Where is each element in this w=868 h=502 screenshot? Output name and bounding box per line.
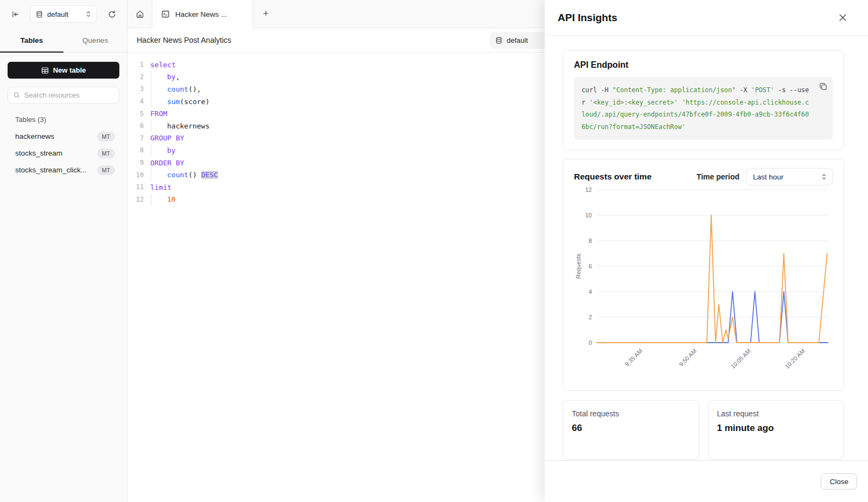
svg-text:6: 6 [589, 263, 592, 269]
api-endpoint-card: API Endpoint curl -H "Content-Type: appl… [563, 50, 844, 150]
table-list-item[interactable]: stocks_streamMT [8, 145, 119, 162]
code-text: count() DESC [144, 169, 218, 181]
refresh-icon [108, 10, 116, 18]
terminal-tab-icon [161, 10, 170, 18]
code-text: by [144, 144, 176, 157]
collapse-sidebar-button[interactable] [8, 7, 23, 22]
line-number: 12 [127, 196, 144, 203]
code-text: select [144, 59, 176, 71]
table-engine-badge: MT [97, 165, 115, 175]
sidebar-header: default [0, 0, 127, 28]
svg-text:10:20 AM: 10:20 AM [783, 347, 806, 370]
table-name: hackernews [15, 132, 54, 140]
search-box[interactable] [8, 87, 119, 104]
line-number: 11 [127, 183, 144, 191]
table-list: hackernewsMTstocks_streamMTstocks_stream… [8, 128, 119, 178]
chevron-up-down-icon [821, 173, 827, 180]
home-button[interactable] [127, 0, 152, 28]
line-number: 8 [127, 146, 144, 154]
copy-button[interactable] [819, 82, 827, 91]
search-input[interactable] [24, 91, 113, 99]
panel-header: API Insights [545, 0, 868, 36]
search-icon [14, 92, 20, 99]
tables-section-label: Tables (3) [15, 115, 119, 124]
panel-body: API Endpoint curl -H "Content-Type: appl… [545, 36, 868, 460]
requests-chart: 0246810129:35 AM9:50 AM10:05 AM10:20 AMR… [574, 185, 834, 387]
database-icon [495, 37, 502, 44]
code-text: limit [144, 181, 171, 194]
sidebar-body: New table Tables (3) hackernewsMTstocks_… [0, 53, 127, 188]
stat-card: Last request1 minute ago [708, 400, 845, 460]
table-engine-badge: MT [97, 132, 115, 141]
database-selector-value: default [47, 10, 81, 18]
curl-command: curl -H "Content-Type: application/json"… [574, 77, 833, 140]
query-title: Hacker News Post Analytics [137, 36, 231, 44]
svg-text:12: 12 [585, 186, 592, 193]
svg-text:2: 2 [589, 314, 592, 320]
chart-header: Requests over time Time period Last hour [574, 168, 833, 185]
close-icon [839, 14, 847, 22]
code-text: sum(score) [144, 95, 209, 108]
code-text: 10 [144, 194, 176, 206]
svg-text:10:05 AM: 10:05 AM [730, 347, 752, 370]
database-icon [36, 11, 43, 18]
table-name: stocks_stream [15, 149, 62, 157]
code-text: hackernews [144, 120, 209, 132]
line-number: 2 [127, 73, 144, 81]
api-insights-panel: API Insights API Endpoint curl -H "Conte… [545, 0, 868, 502]
stat-label: Total requests [572, 409, 690, 418]
close-button[interactable]: Close [821, 473, 857, 490]
time-period-value: Last hour [753, 173, 783, 181]
toolbar-database-value: default [507, 36, 528, 44]
svg-text:9:35 AM: 9:35 AM [623, 347, 643, 368]
code-text: GROUP BY [144, 132, 184, 145]
api-endpoint-title: API Endpoint [574, 60, 833, 70]
sidebar: default Tables Queries New table Tables … [0, 0, 127, 502]
svg-text:4: 4 [589, 288, 592, 295]
line-number: 3 [127, 85, 144, 93]
table-list-item[interactable]: hackernewsMT [8, 128, 119, 145]
code-text: count(), [144, 83, 201, 95]
new-tab-button[interactable]: + [253, 0, 278, 28]
sidebar-tabs: Tables Queries [0, 28, 127, 53]
stat-value: 1 minute ago [717, 423, 835, 434]
line-number: 4 [127, 98, 144, 105]
svg-text:0: 0 [589, 339, 592, 346]
tab-hacker-news[interactable]: Hacker News ... [152, 0, 253, 28]
table-list-item[interactable]: stocks_stream_click...MT [8, 162, 119, 178]
tab-label: Hacker News ... [175, 10, 227, 18]
home-icon [136, 10, 144, 18]
svg-text:Requests: Requests [575, 253, 582, 279]
tab-queries[interactable]: Queries [63, 28, 127, 52]
new-table-button[interactable]: New table [8, 62, 119, 79]
line-number: 1 [127, 61, 144, 68]
panel-title: API Insights [558, 12, 617, 24]
new-table-label: New table [53, 66, 86, 74]
code-text: ORDER BY [144, 157, 184, 169]
close-panel-button[interactable] [839, 10, 854, 25]
code-text: by, [144, 71, 180, 83]
collapse-left-icon [11, 10, 20, 18]
requests-title: Requests over time [574, 172, 652, 182]
stat-value: 66 [572, 423, 690, 434]
copy-icon [819, 82, 827, 91]
line-number: 7 [127, 134, 144, 142]
panel-footer: Close [545, 460, 868, 502]
refresh-button[interactable] [104, 7, 119, 22]
code-text: FROM [144, 107, 167, 120]
stat-label: Last request [717, 409, 835, 418]
line-number: 9 [127, 159, 144, 166]
line-number: 10 [127, 171, 144, 179]
time-period-select[interactable]: Last hour [746, 168, 833, 185]
time-period-label: Time period [697, 172, 739, 181]
stats-row: Total requests66Last request1 minute ago [563, 400, 844, 460]
stat-card: Total requests66 [563, 400, 699, 460]
database-selector[interactable]: default [30, 5, 97, 23]
svg-text:8: 8 [589, 237, 592, 244]
app-window: default Tables Queries New table Tables … [0, 0, 868, 502]
tab-tables[interactable]: Tables [0, 28, 63, 52]
line-number: 5 [127, 110, 144, 118]
table-grid-icon [41, 67, 49, 74]
table-engine-badge: MT [97, 149, 115, 158]
chevron-up-down-icon [86, 11, 91, 17]
